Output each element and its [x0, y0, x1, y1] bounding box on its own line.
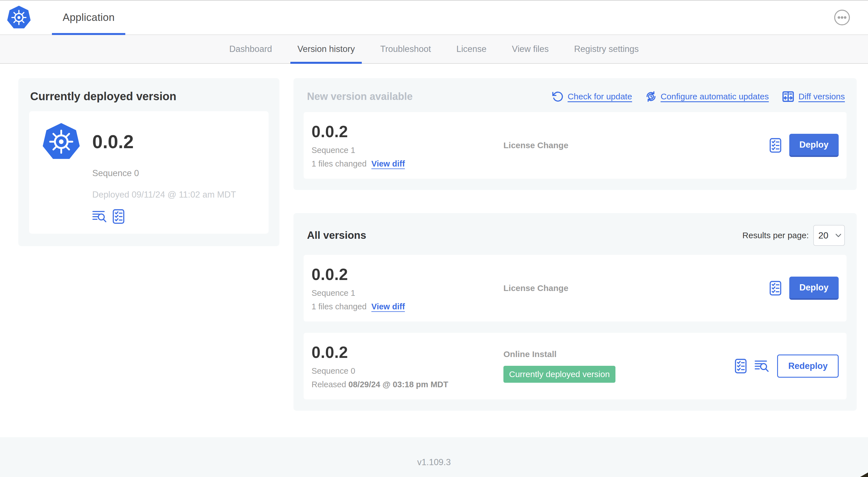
kubernetes-app-icon	[42, 122, 81, 161]
deployed-sequence: Sequence 0	[92, 168, 257, 178]
console-version: v1.109.3	[417, 457, 451, 468]
version-row-sequence-0: 0.0.2 Sequence 0 Released 08/29/24 @ 03:…	[304, 333, 846, 399]
page-footer: v1.109.3	[0, 437, 868, 477]
redeploy-button[interactable]: Redeploy	[777, 355, 839, 378]
diff-icon	[782, 90, 795, 103]
app-page: Application Dashboard Version history Tr…	[0, 0, 868, 477]
preflight-checklist-icon[interactable]	[735, 358, 747, 374]
deployed-version-number: 0.0.2	[92, 131, 134, 152]
version-number: 0.0.2	[312, 343, 503, 362]
currently-deployed-title: Currently deployed version	[30, 90, 269, 103]
deployed-timestamp: Deployed 09/11/24 @ 11:02 am MDT	[92, 190, 257, 200]
results-per-page-label: Results per page:	[742, 231, 809, 240]
preflight-checklist-icon[interactable]	[770, 138, 781, 153]
preflight-checklist-icon[interactable]	[113, 209, 124, 224]
currently-deployed-badge: Currently deployed version	[503, 366, 615, 383]
overflow-menu-button[interactable]	[834, 9, 850, 26]
files-changed-label: 1 files changed	[312, 159, 367, 169]
version-number: 0.0.2	[312, 265, 503, 284]
app-tab[interactable]: Application	[52, 1, 125, 34]
tab-dashboard[interactable]: Dashboard	[216, 35, 285, 63]
clock-refresh-icon	[645, 91, 657, 102]
new-version-panel: New version available Check for update C…	[293, 78, 857, 190]
results-per-page-select[interactable]: 20	[813, 225, 845, 246]
version-released: Released 08/29/24 @ 03:18 pm MDT	[312, 380, 503, 389]
diff-versions-link[interactable]: Diff versions	[782, 90, 845, 103]
tab-troubleshoot[interactable]: Troubleshoot	[367, 35, 443, 63]
view-logs-icon[interactable]	[754, 360, 769, 372]
version-row-sequence-1: 0.0.2 Sequence 1 1 files changed View di…	[304, 255, 846, 322]
top-header: Application	[0, 0, 868, 35]
tab-registry-settings[interactable]: Registry settings	[561, 35, 651, 63]
view-diff-link[interactable]: View diff	[371, 302, 405, 311]
version-source: Online Install	[503, 350, 735, 359]
configure-automatic-updates-link[interactable]: Configure automatic updates	[645, 91, 769, 102]
version-sequence: Sequence 1	[312, 289, 503, 298]
tab-version-history[interactable]: Version history	[285, 35, 367, 63]
currently-deployed-card: 0.0.2 Sequence 0 Deployed 09/11/24 @ 11:…	[29, 111, 269, 234]
tab-license[interactable]: License	[443, 35, 499, 63]
preflight-checklist-icon[interactable]	[770, 280, 781, 296]
version-number: 0.0.2	[312, 122, 503, 141]
new-version-title: New version available	[307, 91, 412, 102]
app-subnav: Dashboard Version history Troubleshoot L…	[0, 35, 868, 64]
version-source: License Change	[503, 284, 770, 293]
all-versions-title: All versions	[307, 230, 366, 241]
kubernetes-logo-icon	[7, 5, 31, 30]
app-title: Application	[63, 11, 115, 23]
all-versions-panel: All versions Results per page: 20	[293, 213, 857, 411]
deploy-button[interactable]: Deploy	[789, 134, 839, 157]
cursor-artifact	[860, 473, 868, 477]
view-logs-icon[interactable]	[92, 210, 107, 223]
files-changed-label: 1 files changed	[312, 302, 367, 311]
version-sequence: Sequence 0	[312, 366, 503, 376]
deploy-button[interactable]: Deploy	[789, 277, 839, 300]
currently-deployed-panel: Currently deployed version 0.0.2 Sequenc…	[18, 78, 279, 246]
tab-view-files[interactable]: View files	[499, 35, 561, 63]
new-version-row: 0.0.2 Sequence 1 1 files changed View di…	[304, 112, 846, 179]
view-diff-link[interactable]: View diff	[371, 159, 405, 169]
main-content: Currently deployed version 0.0.2 Sequenc…	[0, 64, 868, 437]
ellipsis-icon	[834, 9, 850, 26]
app-tab-active-underline	[52, 33, 125, 35]
refresh-icon	[552, 91, 564, 102]
check-for-update-link[interactable]: Check for update	[552, 91, 632, 102]
version-source: License Change	[503, 141, 770, 150]
version-sequence: Sequence 1	[312, 146, 503, 155]
